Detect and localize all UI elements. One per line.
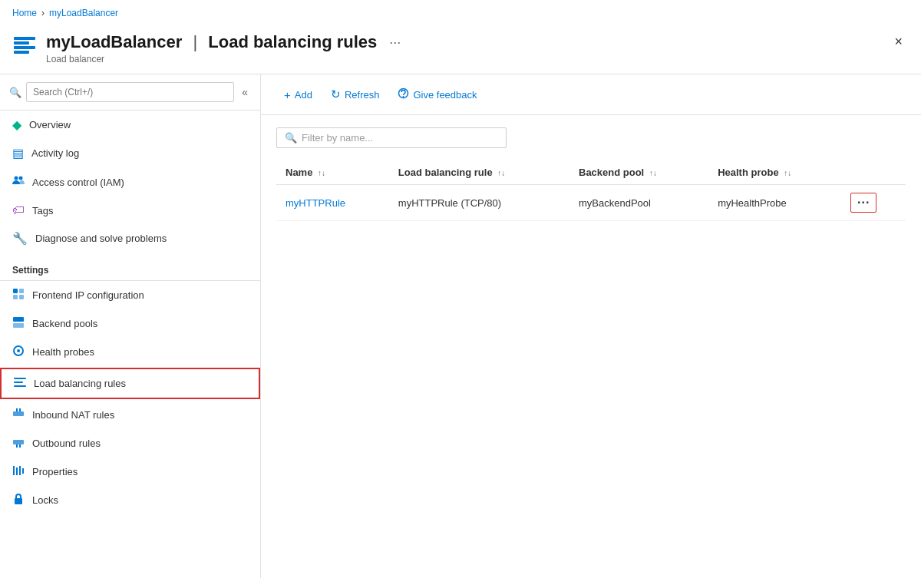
svg-rect-18 bbox=[13, 440, 24, 444]
settings-label: Settings bbox=[0, 253, 260, 281]
sort-icon-health[interactable]: ↑↓ bbox=[784, 169, 791, 177]
ellipsis-button[interactable]: ··· bbox=[385, 33, 405, 52]
sidebar-item-tags[interactable]: 🏷 Tags bbox=[0, 197, 260, 224]
breadcrumb-home[interactable]: Home bbox=[12, 8, 37, 18]
search-icon: 🔍 bbox=[9, 87, 21, 98]
data-table: Name ↑↓ Load balancing rule ↑↓ Backend p… bbox=[276, 160, 906, 221]
table-header: Name ↑↓ Load balancing rule ↑↓ Backend p… bbox=[276, 160, 906, 185]
sidebar-item-outbound-rules[interactable]: Outbound rules bbox=[0, 429, 260, 458]
breadcrumb: Home › myLoadBalancer bbox=[0, 0, 921, 26]
svg-rect-3 bbox=[14, 51, 29, 54]
svg-rect-11 bbox=[13, 323, 24, 328]
add-icon: + bbox=[284, 88, 291, 101]
svg-rect-8 bbox=[13, 295, 18, 299]
sidebar-item-label: Backend pools bbox=[32, 318, 97, 329]
svg-rect-15 bbox=[14, 382, 23, 383]
filter-bar: 🔍 bbox=[276, 127, 906, 148]
cell-health-probe: myHealthProbe bbox=[708, 185, 841, 221]
actlog-icon: ▤ bbox=[12, 146, 24, 160]
refresh-label: Refresh bbox=[345, 89, 380, 101]
svg-rect-2 bbox=[14, 46, 35, 49]
svg-rect-1 bbox=[14, 41, 29, 45]
feedback-icon bbox=[398, 88, 409, 101]
search-input[interactable] bbox=[26, 82, 234, 102]
sidebar-item-overview[interactable]: ◆ Overview bbox=[0, 111, 260, 139]
content-toolbar: + Add ↻ Refresh Give feedback bbox=[261, 74, 921, 115]
sidebar-item-label: Properties bbox=[32, 466, 78, 477]
add-label: Add bbox=[295, 89, 312, 101]
svg-rect-9 bbox=[19, 295, 24, 299]
cell-row-actions: ··· bbox=[841, 185, 906, 221]
filter-input-wrapper: 🔍 bbox=[276, 127, 507, 148]
svg-rect-10 bbox=[13, 317, 24, 322]
col-lb-rule: Load balancing rule ↑↓ bbox=[389, 160, 569, 185]
svg-rect-16 bbox=[14, 385, 26, 387]
sidebar-item-diagnose[interactable]: 🔧 Diagnose and solve problems bbox=[0, 224, 260, 253]
sort-icon-backend[interactable]: ↑↓ bbox=[649, 169, 657, 177]
content-body: 🔍 Name ↑↓ Load balancing rule ↑↓ bbox=[261, 115, 921, 233]
inbound-icon bbox=[12, 408, 25, 422]
svg-rect-14 bbox=[14, 378, 26, 379]
tags-icon: 🏷 bbox=[12, 203, 25, 217]
svg-rect-21 bbox=[19, 466, 21, 475]
sidebar: 🔍 « ◆ Overview ▤ Activity log Access con… bbox=[0, 74, 261, 578]
cell-lb-rule: myHTTPRule (TCP/80) bbox=[389, 185, 569, 221]
sidebar-item-properties[interactable]: Properties bbox=[0, 458, 260, 486]
properties-icon bbox=[12, 464, 25, 479]
content-area: + Add ↻ Refresh Give feedback 🔍 bbox=[261, 74, 921, 578]
lbrules-icon bbox=[14, 376, 26, 391]
sidebar-item-backend-pools[interactable]: Backend pools bbox=[0, 309, 260, 338]
col-backend-pool: Backend pool ↑↓ bbox=[569, 160, 708, 185]
health-icon bbox=[12, 345, 25, 359]
overview-icon: ◆ bbox=[12, 117, 21, 132]
outbound-icon bbox=[12, 436, 25, 451]
svg-rect-23 bbox=[15, 498, 22, 504]
resource-icon bbox=[12, 34, 37, 64]
page-title: myLoadBalancer | Load balancing rules bbox=[46, 32, 377, 52]
sidebar-item-label: Locks bbox=[32, 494, 58, 506]
svg-point-25 bbox=[403, 96, 404, 97]
locks-icon bbox=[12, 493, 25, 507]
row-actions: ··· bbox=[850, 193, 896, 213]
sidebar-item-activity-log[interactable]: ▤ Activity log bbox=[0, 139, 260, 167]
sidebar-item-locks[interactable]: Locks bbox=[0, 486, 260, 514]
svg-rect-17 bbox=[13, 411, 24, 416]
collapse-button[interactable]: « bbox=[239, 84, 251, 100]
header-left: myLoadBalancer | Load balancing rules ··… bbox=[12, 32, 405, 64]
sidebar-item-label: Diagnose and solve problems bbox=[35, 233, 167, 244]
sidebar-item-label: Load balancing rules bbox=[34, 378, 126, 389]
diagnose-icon: 🔧 bbox=[12, 231, 28, 246]
cell-name: myHTTPRule bbox=[276, 185, 389, 221]
sidebar-item-label: Tags bbox=[32, 205, 53, 216]
sidebar-item-access-control[interactable]: Access control (IAM) bbox=[0, 167, 260, 197]
backend-icon bbox=[12, 316, 25, 331]
svg-point-4 bbox=[15, 177, 18, 180]
svg-rect-6 bbox=[13, 289, 18, 293]
feedback-button[interactable]: Give feedback bbox=[390, 84, 484, 105]
sidebar-item-frontend-ip[interactable]: Frontend IP configuration bbox=[0, 281, 260, 309]
sidebar-item-label: Overview bbox=[29, 119, 71, 130]
sidebar-item-label: Activity log bbox=[31, 147, 79, 159]
sidebar-item-health-probes[interactable]: Health probes bbox=[0, 338, 260, 366]
refresh-button[interactable]: ↻ Refresh bbox=[323, 84, 388, 105]
sidebar-item-inbound-nat[interactable]: Inbound NAT rules bbox=[0, 401, 260, 429]
row-menu-button[interactable]: ··· bbox=[850, 193, 876, 213]
sort-icon-name[interactable]: ↑↓ bbox=[318, 169, 325, 177]
sidebar-search-container: 🔍 « bbox=[0, 74, 260, 111]
sidebar-item-load-balancing-rules[interactable]: Load balancing rules bbox=[2, 369, 259, 398]
active-item-wrapper: Load balancing rules bbox=[0, 368, 260, 399]
add-button[interactable]: + Add bbox=[276, 84, 320, 105]
filter-input[interactable] bbox=[302, 132, 498, 144]
cell-backend-pool: myBackendPool bbox=[569, 185, 708, 221]
svg-point-5 bbox=[19, 177, 23, 180]
close-button[interactable]: × bbox=[888, 32, 909, 51]
svg-rect-0 bbox=[14, 37, 35, 40]
rule-name-link[interactable]: myHTTPRule bbox=[286, 197, 345, 209]
feedback-label: Give feedback bbox=[413, 89, 477, 101]
breadcrumb-resource[interactable]: myLoadBalancer bbox=[49, 8, 118, 18]
breadcrumb-separator: › bbox=[41, 8, 45, 18]
sidebar-item-label: Inbound NAT rules bbox=[32, 409, 114, 421]
title-block: myLoadBalancer | Load balancing rules ··… bbox=[46, 32, 405, 64]
col-health-probe: Health probe ↑↓ bbox=[708, 160, 841, 185]
sort-icon-lbrule[interactable]: ↑↓ bbox=[497, 169, 505, 177]
